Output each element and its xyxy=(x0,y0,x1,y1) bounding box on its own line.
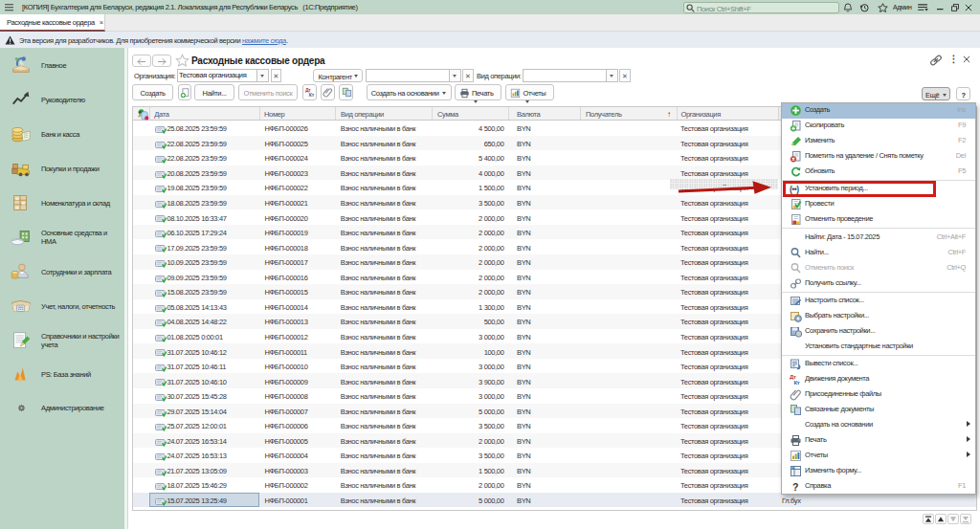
svg-text:Кт: Кт xyxy=(308,92,314,98)
svg-text:Кт: Кт xyxy=(794,380,800,386)
svg-text:?: ? xyxy=(792,481,798,493)
